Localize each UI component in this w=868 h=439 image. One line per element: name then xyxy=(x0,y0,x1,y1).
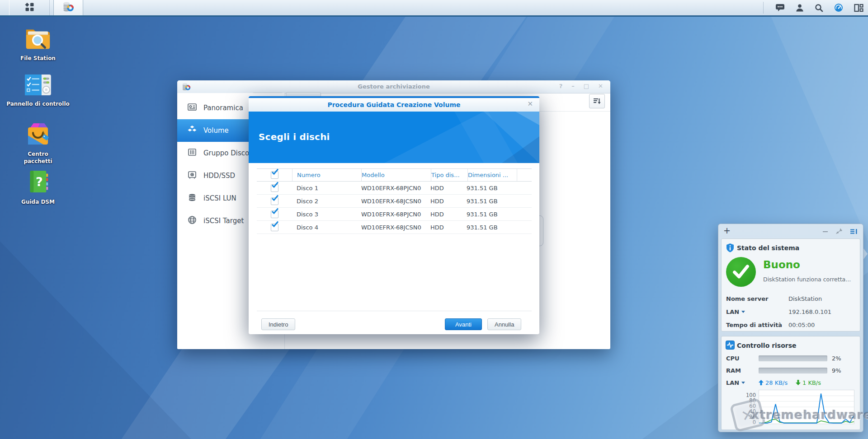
iscsi-lun-icon xyxy=(187,192,197,204)
notifications-icon[interactable] xyxy=(775,4,785,12)
info-row: Tempo di attività 00:05:00 xyxy=(726,318,856,332)
upload-arrow-icon xyxy=(759,380,764,385)
control-panel-icon xyxy=(24,74,52,98)
search-icon[interactable] xyxy=(815,4,823,12)
desktop-icon-label: File Station xyxy=(20,55,56,62)
sidebar-item-label: HDD/SSD xyxy=(203,172,235,180)
volume-icon xyxy=(187,125,197,136)
widget-title: Stato del sistema xyxy=(737,244,799,252)
dialog-close-icon[interactable]: ✕ xyxy=(527,101,533,107)
info-label: Nome server xyxy=(726,295,788,302)
svg-text:?: ? xyxy=(36,175,43,189)
cell-tipo: HDD xyxy=(430,208,467,220)
column-header-numero[interactable]: Numero xyxy=(292,169,362,181)
column-header-tipo[interactable]: Tipo dis... xyxy=(431,169,468,181)
table-row[interactable]: Disco 2 WD10EFRX-68JCSN0 HDD 931.51 GB xyxy=(257,195,532,208)
cell-modello: WD10EFRX-68JCSN0 xyxy=(361,221,430,234)
back-button[interactable]: Indietro xyxy=(261,318,295,330)
lan-dropdown[interactable]: LAN xyxy=(726,308,788,315)
help-button[interactable]: ? xyxy=(559,83,563,89)
minimize-button[interactable]: – xyxy=(571,83,575,89)
info-value: DiskStation xyxy=(788,295,822,302)
table-header-row[interactable]: Numero Modello Tipo dis... Dimensioni ..… xyxy=(257,168,532,182)
desktop-icon-package-center[interactable]: Centro pacchetti xyxy=(11,121,65,165)
cancel-button[interactable]: Annulla xyxy=(487,318,521,330)
status-text: Buono xyxy=(763,259,800,271)
desktop-icon-label: Centro pacchetti xyxy=(20,151,56,165)
cpu-percent: 2% xyxy=(832,355,841,362)
sidebar-item-label: iSCSI Target xyxy=(203,217,244,225)
info-value: 00:05:00 xyxy=(788,322,815,328)
disk-table: Numero Modello Tipo dis... Dimensioni ..… xyxy=(257,168,532,234)
desktop-icon-control-panel[interactable]: Pannello di controllo xyxy=(4,74,72,108)
minimize-panel-icon[interactable] xyxy=(822,228,828,236)
select-all-checkbox[interactable] xyxy=(271,171,278,179)
table-row[interactable]: Disco 1 WD10EFRX-68PJCN0 HDD 931.51 GB xyxy=(257,182,532,195)
cell-dimensioni: 931.51 GB xyxy=(467,195,515,207)
ram-percent: 9% xyxy=(832,367,841,374)
pilot-view-icon[interactable] xyxy=(834,3,843,12)
cell-modello: WD10EFRX-68PJCN0 xyxy=(361,208,430,220)
taskbar-app-storage-manager[interactable] xyxy=(53,0,83,15)
info-row: LAN 192.168.0.101 xyxy=(726,305,856,318)
lan-dropdown[interactable]: LAN xyxy=(726,379,759,386)
row-checkbox[interactable] xyxy=(271,210,278,218)
row-checkbox[interactable] xyxy=(271,197,278,205)
dialog-title: Procedura Guidata Creazione Volume xyxy=(327,101,460,108)
cpu-label: CPU xyxy=(726,355,759,362)
dialog-heading: Scegli i dischi xyxy=(259,131,330,142)
shield-info-icon xyxy=(726,243,735,255)
widgets-icon[interactable] xyxy=(854,4,863,12)
close-button[interactable]: ✕ xyxy=(598,83,603,89)
sort-button[interactable] xyxy=(589,94,605,108)
storage-manager-icon xyxy=(62,1,74,14)
cell-dimensioni: 931.51 GB xyxy=(467,208,515,220)
desktop-icon-label: Pannello di controllo xyxy=(6,101,70,108)
cell-numero: Disco 2 xyxy=(292,195,361,207)
next-button[interactable]: Avanti xyxy=(445,318,482,330)
column-header-modello[interactable]: Modello xyxy=(362,169,431,181)
lan-label: LAN xyxy=(726,379,739,386)
cell-numero: Disco 3 xyxy=(292,208,361,220)
cell-modello: WD10EFRX-68PJCN0 xyxy=(361,182,430,194)
add-widget-button[interactable]: + xyxy=(723,225,731,235)
info-label: LAN xyxy=(726,308,739,315)
widget-panel: + xyxy=(718,224,863,432)
pin-icon[interactable] xyxy=(836,228,843,236)
file-station-icon xyxy=(24,25,52,52)
download-arrow-icon xyxy=(796,380,801,385)
maximize-button[interactable]: □ xyxy=(584,83,589,89)
main-menu-icon xyxy=(25,2,34,14)
user-icon[interactable] xyxy=(796,4,804,12)
cell-numero: Disco 1 xyxy=(292,182,361,194)
resource-monitor-icon xyxy=(726,341,735,351)
collapse-panel-icon[interactable] xyxy=(850,228,858,236)
taskbar-divider xyxy=(763,2,764,14)
cell-dimensioni: 931.51 GB xyxy=(467,221,515,234)
row-checkbox[interactable] xyxy=(271,184,278,192)
sidebar-item-label: iSCSI LUN xyxy=(203,194,236,202)
taskbar xyxy=(0,0,868,17)
package-center-icon xyxy=(24,121,52,148)
status-ok-icon xyxy=(726,257,756,287)
cell-tipo: HDD xyxy=(430,221,467,234)
chevron-down-icon xyxy=(741,382,745,384)
overview-icon xyxy=(187,102,197,114)
sidebar-item-label: Gruppo Disco xyxy=(203,149,249,157)
cell-dimensioni: 931.51 GB xyxy=(467,182,515,194)
desktop-icon-file-station[interactable]: File Station xyxy=(9,25,67,62)
ram-label: RAM xyxy=(726,367,759,374)
status-description: DiskStation funziona corretta... xyxy=(763,276,851,283)
cpu-bar xyxy=(759,355,827,361)
window-titlebar[interactable]: Gestore archiviazione ? – □ ✕ xyxy=(177,80,610,93)
cell-tipo: HDD xyxy=(430,195,467,207)
ram-bar xyxy=(759,368,827,374)
info-value: 192.168.0.101 xyxy=(788,308,831,315)
row-checkbox[interactable] xyxy=(271,224,278,231)
table-row[interactable]: Disco 4 WD10EFRX-68JCSN0 HDD 931.51 GB xyxy=(257,221,532,234)
desktop-icon-dsm-help[interactable]: ? Guida DSM xyxy=(11,169,65,206)
column-header-dimensioni[interactable]: Dimensioni ... xyxy=(468,169,517,181)
info-row: Nome server DiskStation xyxy=(726,292,856,305)
table-row[interactable]: Disco 3 WD10EFRX-68PJCN0 HDD 931.51 GB xyxy=(257,208,532,221)
main-menu-button[interactable] xyxy=(9,0,50,15)
